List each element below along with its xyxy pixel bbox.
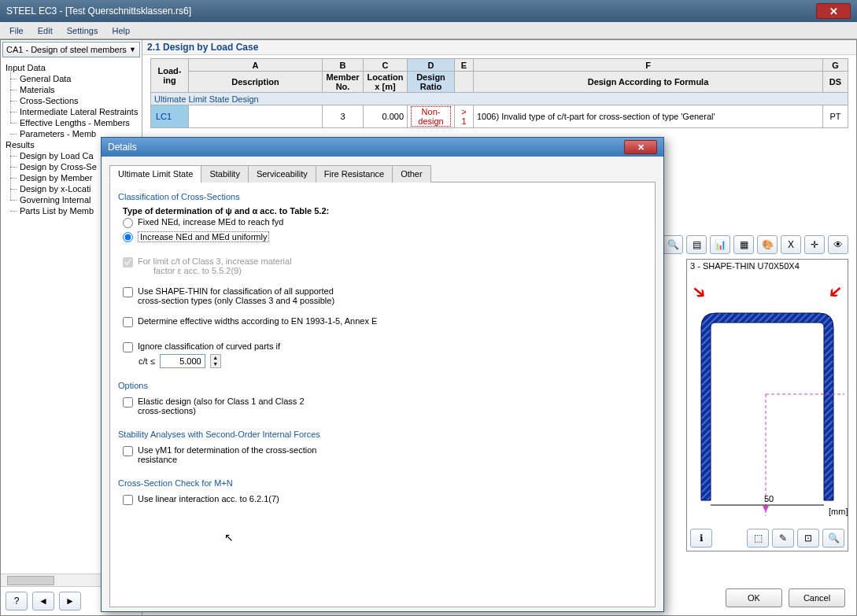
cell-x: 0.000 bbox=[364, 105, 408, 128]
menu-file[interactable]: File bbox=[3, 24, 30, 37]
tree-intermediate-restraints[interactable]: Intermediate Lateral Restraints bbox=[2, 106, 140, 117]
cell-ds: PT bbox=[823, 105, 848, 128]
filter-icon[interactable]: ▤ bbox=[686, 235, 707, 254]
results-grid[interactable]: Load-ing A B C D E F G Description Membe… bbox=[150, 58, 848, 128]
checkbox-eff-width[interactable] bbox=[123, 317, 133, 327]
type-label: Type of determination of ψ and α acc. to… bbox=[123, 206, 384, 216]
case-combo[interactable]: CA1 - Design of steel members ▼ bbox=[2, 42, 140, 57]
cancel-button[interactable]: Cancel bbox=[789, 588, 845, 607]
group-row: Ultimate Limit State Design bbox=[151, 93, 848, 105]
section-lib-icon[interactable]: ⬚ bbox=[747, 529, 769, 548]
next-icon[interactable]: ► bbox=[59, 592, 81, 610]
zoom-icon[interactable]: 🔍 bbox=[663, 235, 683, 254]
svg-marker-4 bbox=[763, 506, 769, 512]
tab-pane: Classification of Cross-Sections Type of… bbox=[109, 183, 656, 607]
checkbox-linear-interaction[interactable] bbox=[123, 495, 133, 505]
ct-label: c/t ≤ bbox=[139, 356, 155, 366]
col-A: A bbox=[189, 59, 323, 72]
tab-uls[interactable]: Ultimate Limit State bbox=[109, 165, 201, 183]
menu-settings[interactable]: Settings bbox=[61, 24, 105, 37]
chart-icon[interactable]: 📊 bbox=[710, 235, 730, 254]
case-combo-text: CA1 - Design of steel members bbox=[6, 45, 127, 54]
cell-desc bbox=[189, 105, 323, 128]
table-row[interactable]: LC1 3 0.000 Non-design > 1 1006) Invalid… bbox=[151, 105, 848, 128]
menu-help[interactable]: Help bbox=[105, 24, 136, 37]
ct-input[interactable] bbox=[160, 354, 205, 368]
cell-gt: > 1 bbox=[455, 105, 474, 128]
window-close-button[interactable]: ✕ bbox=[816, 3, 851, 19]
cell-member: 3 bbox=[323, 105, 364, 128]
section-find-icon[interactable]: 🔍 bbox=[822, 529, 844, 548]
radio-increase-uniform[interactable] bbox=[123, 232, 133, 242]
menubar: File Edit Settings Help bbox=[0, 22, 857, 39]
help-icon[interactable]: ? bbox=[6, 592, 28, 610]
toolbar: 🔍 ▤ 📊 ▦ 🎨 X ✛ 👁 bbox=[663, 235, 848, 254]
dialog-tabs: Ultimate Limit State Stability Serviceab… bbox=[109, 164, 656, 183]
section-edit-icon[interactable]: ✎ bbox=[772, 529, 794, 548]
radio-fixed-ned[interactable] bbox=[123, 218, 133, 228]
col-D: D bbox=[408, 59, 455, 72]
tree-effective-lengths[interactable]: Effective Lengths - Members bbox=[2, 117, 140, 128]
section-preview: 3 - SHAPE-THIN U70X50X4 ➔ ➔ 50 [mm] bbox=[686, 259, 848, 551]
col-B: B bbox=[323, 59, 364, 72]
col-E: E bbox=[455, 59, 474, 72]
checkbox-gamma-m1[interactable] bbox=[123, 446, 133, 456]
info-icon[interactable]: ℹ bbox=[690, 529, 712, 548]
eye-icon[interactable]: 👁 bbox=[828, 235, 848, 254]
col-blank bbox=[455, 72, 474, 93]
tab-other[interactable]: Other bbox=[392, 165, 431, 183]
tab-fire[interactable]: Fire Resistance bbox=[316, 165, 393, 183]
unit-text: [mm] bbox=[829, 507, 848, 516]
dialog-title: Details bbox=[108, 142, 624, 153]
pick-icon[interactable]: ✛ bbox=[804, 235, 825, 254]
checkbox-ignore-curved[interactable] bbox=[123, 342, 133, 352]
col-ds: DS bbox=[823, 72, 848, 93]
window-title: STEEL EC3 - [Test Querschnittsklassen.rs… bbox=[6, 6, 816, 17]
section-view-icon[interactable]: ⊡ bbox=[797, 529, 819, 548]
palette-icon[interactable]: 🎨 bbox=[757, 235, 778, 254]
group-stability: Stability Analyses with Second-Order Int… bbox=[118, 430, 327, 439]
col-G: G bbox=[823, 59, 848, 72]
group-options: Options bbox=[118, 381, 154, 390]
tree-general-data[interactable]: General Data bbox=[2, 73, 140, 84]
checkbox-shape-thin[interactable] bbox=[123, 287, 133, 297]
col-formula: Design According to Formula bbox=[474, 72, 823, 93]
tab-serviceability[interactable]: Serviceability bbox=[248, 165, 316, 183]
prev-icon[interactable]: ◄ bbox=[32, 592, 54, 610]
checkbox-elastic-design[interactable] bbox=[123, 397, 133, 408]
section-header: 2.1 Design by Load Case bbox=[142, 40, 856, 55]
tree-input-data[interactable]: Input Data bbox=[2, 62, 140, 73]
chevron-down-icon: ▼ bbox=[129, 46, 136, 53]
col-C: C bbox=[364, 59, 408, 72]
group-mn-check: Cross-Section Check for M+N bbox=[118, 478, 239, 488]
ct-spinner[interactable]: ▲▼ bbox=[210, 354, 221, 368]
ok-button[interactable]: OK bbox=[726, 588, 782, 607]
col-loading: Load-ing bbox=[151, 59, 189, 93]
checkbox-limit-ct bbox=[123, 257, 133, 267]
cell-loading[interactable]: LC1 bbox=[151, 105, 189, 128]
tab-stability[interactable]: Stability bbox=[201, 165, 249, 183]
layers-icon[interactable]: ▦ bbox=[733, 235, 754, 254]
dialog-close-button[interactable]: ✕ bbox=[624, 140, 657, 154]
tree-cross-sections[interactable]: Cross-Sections bbox=[2, 95, 140, 106]
col-description: Description bbox=[189, 72, 323, 93]
section-svg: 50 [mm] bbox=[687, 272, 848, 516]
menu-edit[interactable]: Edit bbox=[31, 24, 59, 37]
details-dialog: Details ✕ Ultimate Limit State Stability… bbox=[101, 137, 664, 612]
group-classification: Classification of Cross-Sections bbox=[118, 192, 246, 201]
excel-icon[interactable]: X bbox=[781, 235, 801, 254]
cell-formula: 1006) Invalid type of c/t-part for cross… bbox=[474, 105, 823, 128]
col-location: Locationx [m] bbox=[364, 72, 408, 93]
preview-title: 3 - SHAPE-THIN U70X50X4 bbox=[687, 260, 848, 272]
col-ratio: DesignRatio bbox=[408, 72, 455, 93]
col-F: F bbox=[474, 59, 823, 72]
footer-buttons: OK Cancel bbox=[726, 588, 845, 607]
dim-text: 50 bbox=[764, 494, 774, 503]
window-titlebar: STEEL EC3 - [Test Querschnittsklassen.rs… bbox=[0, 0, 857, 22]
dialog-titlebar[interactable]: Details ✕ bbox=[102, 138, 663, 157]
tree-materials[interactable]: Materials bbox=[2, 84, 140, 95]
col-member: MemberNo. bbox=[323, 72, 364, 93]
cell-ratio: Non-design bbox=[408, 105, 455, 128]
